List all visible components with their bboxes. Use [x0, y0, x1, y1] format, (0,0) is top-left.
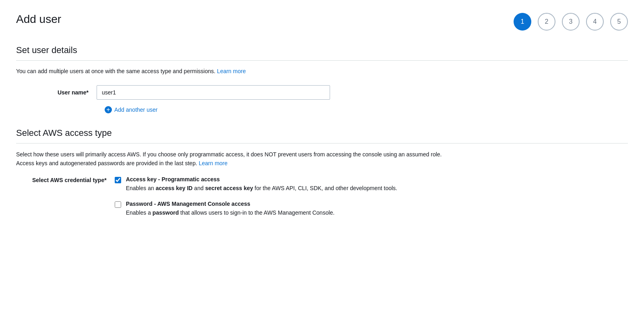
programmatic-access-checkbox[interactable]: [115, 177, 121, 183]
user-details-learn-more-link[interactable]: Learn more: [217, 68, 246, 74]
access-type-title: Select AWS access type: [16, 128, 628, 138]
programmatic-access-content: Access key - Programmatic access Enables…: [126, 176, 397, 193]
step-indicators: 1 2 3 4 5: [514, 13, 628, 31]
page-title: Add user: [16, 13, 61, 26]
programmatic-checkbox-wrapper: [115, 177, 121, 185]
access-type-description: Select how these users will primarily ac…: [16, 150, 459, 168]
user-name-row: User name*: [16, 85, 628, 100]
credential-type-row: Select AWS credential type* Access key -…: [16, 176, 628, 217]
user-details-section: Set user details You can add multiple us…: [16, 45, 628, 113]
console-access-title: Password - AWS Management Console access: [126, 201, 335, 207]
add-another-user-link[interactable]: + Add another user: [105, 106, 157, 113]
credential-type-label: Select AWS credential type*: [32, 176, 115, 183]
user-details-divider: [16, 60, 628, 61]
plus-circle-icon: +: [105, 106, 112, 113]
user-details-title: Set user details: [16, 45, 628, 55]
add-another-user-row: + Add another user: [16, 106, 628, 113]
user-details-description: You can add multiple users at once with …: [16, 67, 628, 76]
step-1-circle[interactable]: 1: [514, 13, 531, 31]
step-5-circle[interactable]: 5: [610, 13, 628, 31]
access-type-divider: [16, 143, 628, 144]
programmatic-access-description: Enables an access key ID and secret acce…: [126, 184, 397, 193]
user-name-input[interactable]: [97, 85, 330, 100]
console-access-option: Password - AWS Management Console access…: [115, 201, 397, 217]
access-type-learn-more-link[interactable]: Learn more: [199, 160, 228, 166]
user-name-label: User name*: [32, 89, 97, 96]
console-access-content: Password - AWS Management Console access…: [126, 201, 335, 217]
access-type-section: Select AWS access type Select how these …: [16, 128, 628, 217]
console-checkbox-wrapper: [115, 201, 121, 209]
step-3-circle[interactable]: 3: [562, 13, 580, 31]
console-access-description: Enables a password that allows users to …: [126, 209, 335, 217]
programmatic-access-title: Access key - Programmatic access: [126, 176, 397, 182]
programmatic-access-option: Access key - Programmatic access Enables…: [115, 176, 397, 193]
console-access-checkbox[interactable]: [115, 201, 121, 208]
credential-options: Access key - Programmatic access Enables…: [115, 176, 397, 217]
step-4-circle[interactable]: 4: [586, 13, 604, 31]
page-container: Add user 1 2 3 4 5 Set user details You …: [0, 0, 644, 326]
step-2-circle[interactable]: 2: [538, 13, 555, 31]
page-header: Add user 1 2 3 4 5: [16, 13, 628, 31]
